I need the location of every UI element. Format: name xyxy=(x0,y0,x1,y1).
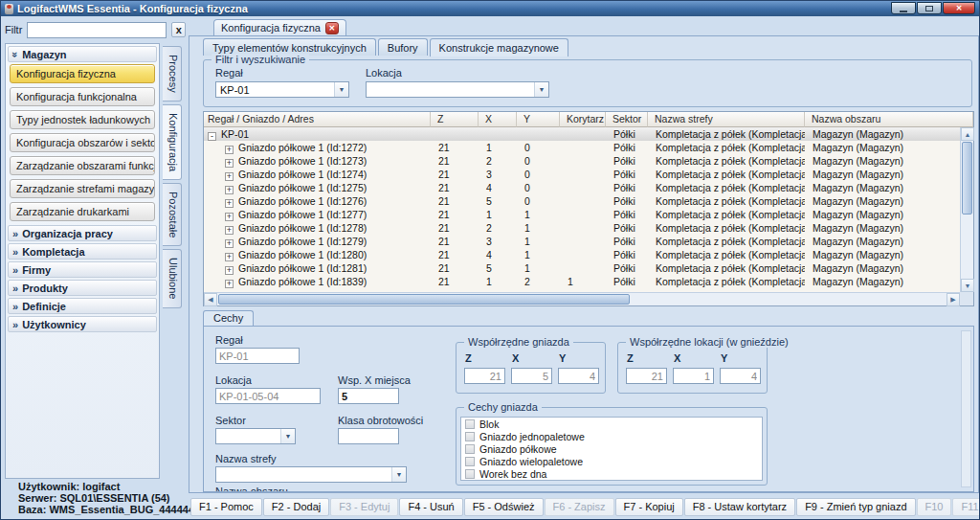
sidebar-section-produkty[interactable]: »Produkty xyxy=(8,280,157,296)
table-row[interactable]: +Gniazdo półkowe 1 (Id:1274)2130PółkiKom… xyxy=(204,168,960,181)
fkey-f4-button[interactable]: F4 - Usuń xyxy=(399,498,462,516)
scroll-right-icon[interactable]: ▶ xyxy=(947,293,960,306)
horizontal-scrollbar-thumb[interactable] xyxy=(218,294,630,305)
sidebar-section-kompletacja[interactable]: »Kompletacja xyxy=(8,243,157,260)
sidebar-item-zarządzanie-drukarkami[interactable]: Zarządzanie drukarkami xyxy=(10,202,155,221)
sidebar-item-typy-jednostek-ładunkowych[interactable]: Typy jednostek ładunkowych xyxy=(10,110,155,129)
expand-icon[interactable]: + xyxy=(225,199,234,208)
minimize-button[interactable] xyxy=(891,2,916,14)
regal-field[interactable] xyxy=(215,348,300,364)
expand-icon[interactable]: + xyxy=(225,266,234,275)
nazwa-strefy-combobox[interactable]: ▼ xyxy=(215,466,407,483)
klasa-field[interactable] xyxy=(338,428,399,444)
scroll-up-icon[interactable]: ▲ xyxy=(961,127,974,141)
fkey-f1-button[interactable]: F1 - Pomoc xyxy=(190,498,262,516)
expand-icon[interactable]: + xyxy=(225,172,234,181)
expand-icon[interactable]: + xyxy=(225,186,234,194)
table-row[interactable]: +Gniazdo półkowe 1 (Id:1839)21121PółkiKo… xyxy=(204,275,960,288)
expand-icon[interactable]: + xyxy=(225,280,234,288)
filter-input[interactable] xyxy=(27,22,167,38)
coords-gniazda-x-field[interactable] xyxy=(511,368,552,384)
checkbox-option-gniazdo-półkowe[interactable]: Gniazdo półkowe xyxy=(461,442,762,455)
vertical-tab-konfiguracja[interactable]: Konfiguracja xyxy=(163,104,182,180)
expand-icon[interactable]: + xyxy=(225,226,234,235)
table-row[interactable]: +Gniazdo półkowe 1 (Id:1276)2150PółkiKom… xyxy=(204,194,960,208)
coords-lokacji-z-field[interactable] xyxy=(626,368,667,384)
document-tab[interactable]: Konfiguracja fizyczna ✕ xyxy=(213,19,346,35)
checkbox-icon[interactable] xyxy=(465,419,475,429)
checkbox-option-blok[interactable]: Blok xyxy=(461,418,762,430)
expand-icon[interactable]: + xyxy=(225,253,234,261)
scroll-down-icon[interactable]: ▼ xyxy=(961,279,974,292)
regal-filter-combobox[interactable]: KP-01 ▼ xyxy=(215,81,349,98)
coords-lokacji-y-field[interactable] xyxy=(720,368,761,384)
vertical-tab-procesy[interactable]: Procesy xyxy=(163,46,182,102)
sidebar-section-użytkownicy[interactable]: »Użytkownicy xyxy=(8,316,157,332)
expand-icon[interactable]: + xyxy=(225,213,234,221)
horizontal-scrollbar[interactable]: ◀ ▶ xyxy=(204,292,960,305)
table-row[interactable]: +Gniazdo półkowe 1 (Id:1280)2141PółkiKom… xyxy=(204,248,960,261)
vertical-tab-ulubione[interactable]: Ulubione xyxy=(163,249,182,307)
sidebar-section-organizacja-pracy[interactable]: »Organizacja pracy xyxy=(8,225,157,241)
fkey-f7-button[interactable]: F7 - Kopiuj xyxy=(615,498,683,516)
details-scrollbar-track[interactable] xyxy=(961,330,971,487)
chevron-down-icon[interactable]: ▼ xyxy=(280,429,295,443)
sidebar-item-konfiguracja-fizyczna[interactable]: Konfiguracja fizyczna xyxy=(10,64,155,83)
table-row[interactable]: +Gniazdo półkowe 1 (Id:1273)2120PółkiKom… xyxy=(204,154,960,168)
column-header-x[interactable]: X xyxy=(479,112,517,127)
chevron-down-icon[interactable]: ▼ xyxy=(334,82,348,97)
table-row[interactable]: +Gniazdo półkowe 1 (Id:1281)2151PółkiKom… xyxy=(204,261,960,275)
fkey-f8-button[interactable]: F8 - Ustaw kortytarz xyxy=(684,498,795,516)
vertical-scrollbar-thumb[interactable] xyxy=(962,142,972,215)
column-header-z[interactable]: Z xyxy=(431,112,479,127)
collapse-icon[interactable]: - xyxy=(208,132,216,141)
checkbox-option-gniazdo-wielopaletowe[interactable]: Gniazdo wielopaletowe xyxy=(461,455,762,467)
table-row[interactable]: +Gniazdo półkowe 1 (Id:1279)2131PółkiKom… xyxy=(204,235,960,248)
tab-bufory[interactable]: Bufory xyxy=(378,38,428,56)
sidebar-item-konfiguracja-funkcjonalna[interactable]: Konfiguracja funkcjonalna xyxy=(10,87,155,106)
expand-icon[interactable]: + xyxy=(225,239,234,248)
fkey-f5-button[interactable]: F5 - Odśwież xyxy=(464,498,544,516)
sidebar-item-zarządzanie-strefami-magazynowymi[interactable]: Zarządzanie strefami magazynowymi xyxy=(10,179,155,198)
table-row[interactable]: -KP-01PółkiKompletacja z półek (Kompleta… xyxy=(204,127,960,141)
coords-gniazda-z-field[interactable] xyxy=(464,368,505,384)
fkey-f2-button[interactable]: F2 - Dodaj xyxy=(263,498,329,516)
checkbox-icon[interactable] xyxy=(465,457,475,466)
expand-icon[interactable]: + xyxy=(225,159,234,168)
table-row[interactable]: +Gniazdo półkowe 1 (Id:1278)2121PółkiKom… xyxy=(204,221,960,235)
column-header-sektor[interactable]: Sektor xyxy=(606,112,648,127)
expand-icon[interactable]: + xyxy=(225,146,234,154)
table-row[interactable]: +Gniazdo półkowe 1 (Id:1277)2111PółkiKom… xyxy=(204,208,960,221)
scroll-left-icon[interactable]: ◀ xyxy=(204,293,217,306)
checkbox-icon[interactable] xyxy=(465,469,475,479)
table-row[interactable]: +Gniazdo półkowe 1 (Id:1272)2110PółkiKom… xyxy=(204,141,960,154)
chevron-down-icon[interactable]: ▼ xyxy=(534,82,548,97)
sidebar-section-definicje[interactable]: »Definicje xyxy=(8,298,157,314)
tab-konstrukcje-magazynowe[interactable]: Konstrukcje magazynowe xyxy=(430,38,568,57)
column-header-nazwa-strefy[interactable]: Nazwa strefy xyxy=(648,112,805,127)
coords-gniazda-y-field[interactable] xyxy=(558,368,599,384)
checkbox-icon[interactable] xyxy=(465,444,475,454)
wsp-x-field[interactable] xyxy=(338,388,399,404)
fkey-f9-button[interactable]: F9 - Zmień typ gniazd xyxy=(796,498,915,516)
vertical-scrollbar[interactable]: ▲ ▼ xyxy=(960,127,973,292)
column-header-regał-gniazdo-adres[interactable]: Regał / Gniazdo / Adres xyxy=(204,112,431,127)
checkbox-option-gniazdo-jednopaletowe[interactable]: Gniazdo jednopaletowe xyxy=(461,430,762,442)
table-row[interactable]: +Gniazdo półkowe 1 (Id:1275)2140PółkiKom… xyxy=(204,181,960,194)
coords-lokacji-x-field[interactable] xyxy=(673,368,714,384)
sektor-combobox[interactable]: ▼ xyxy=(215,428,296,444)
column-header-korytarz[interactable]: Korytarz xyxy=(560,112,606,127)
column-header-y[interactable]: Y xyxy=(517,112,560,127)
sidebar-section-magazyn[interactable]: »Magazyn xyxy=(8,46,157,62)
lokacja-filter-combobox[interactable]: ▼ xyxy=(366,81,549,98)
vertical-tab-pozostałe[interactable]: Pozostałe xyxy=(163,183,182,246)
sidebar-section-firmy[interactable]: »Firmy xyxy=(8,261,157,278)
filter-clear-button[interactable]: x xyxy=(171,22,186,37)
checkbox-option-worek-bez-dna[interactable]: Worek bez dna xyxy=(461,467,762,480)
close-button[interactable]: ✕ xyxy=(943,2,975,14)
document-tab-close-icon[interactable]: ✕ xyxy=(325,22,339,34)
checkbox-icon[interactable] xyxy=(465,432,475,441)
chevron-down-icon[interactable]: ▼ xyxy=(391,467,406,482)
lokacja-field[interactable] xyxy=(215,388,321,404)
tab-cechy[interactable]: Cechy xyxy=(203,310,254,327)
